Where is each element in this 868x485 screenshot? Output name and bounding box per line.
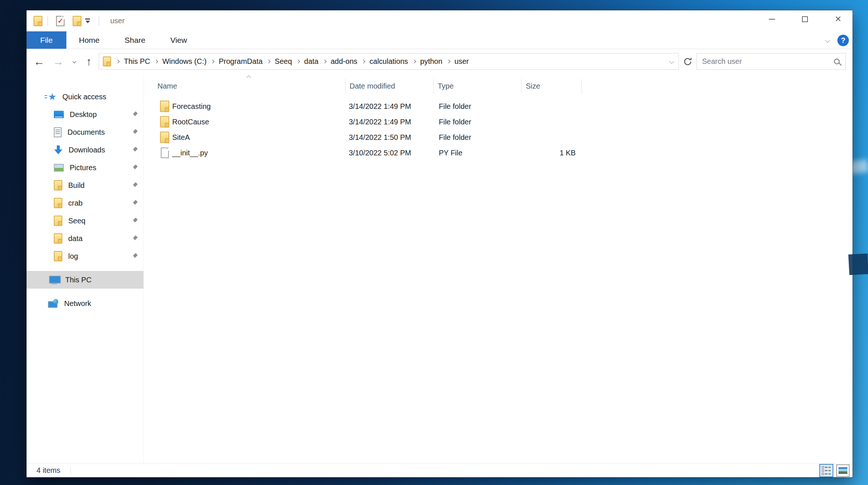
sidebar-item-crab[interactable]: crab [27,194,143,212]
titlebar[interactable]: user [27,10,853,31]
downloads-icon [54,145,63,155]
breadcrumb-chevron-icon[interactable] [267,60,271,63]
tab-share[interactable]: Share [112,31,158,49]
sidebar-item-quick-access[interactable]: Quick access [27,88,143,106]
help-icon[interactable] [837,35,849,46]
breadcrumb-item-user[interactable]: user [455,57,469,66]
tab-file[interactable]: File [27,31,66,49]
file-name: RootCause [172,118,209,126]
sidebar-item-data[interactable]: data [27,230,143,247]
column-header-name[interactable]: Name [157,82,177,90]
breadcrumb-chevron-icon[interactable] [211,60,215,63]
file-explorer-icon [34,16,42,26]
column-header-date-modified[interactable]: Date modified [350,82,395,90]
minimize-button[interactable] [760,11,783,27]
details-view-button[interactable] [819,464,833,477]
navigation-bar: This PC Windows (C:) ProgramData Seeq da… [27,49,853,74]
sidebar-item-label: Build [68,181,84,190]
sidebar-item-label: Pictures [70,164,96,172]
maximize-button[interactable] [794,11,816,27]
forward-button[interactable] [49,53,68,70]
column-header-row: Name Date modified Type Size [144,77,853,94]
customize-quick-access-dropdown-icon[interactable] [85,18,90,23]
column-divider[interactable] [345,79,346,94]
table-row-forecasting[interactable]: Forecasting 3/14/2022 1:49 PM File folde… [144,99,853,114]
close-icon [835,15,841,23]
breadcrumb-chevron-icon[interactable] [116,60,120,63]
breadcrumb-item-programdata[interactable]: ProgramData [219,57,263,66]
divider [70,467,71,474]
table-row-init-py[interactable]: __init__.py 3/10/2022 5:02 PM PY File 1 … [144,145,853,161]
folder-icon [103,56,111,66]
sidebar-item-this-pc[interactable]: This PC [27,271,143,289]
sidebar-item-seeq[interactable]: Seeq [27,212,143,230]
file-type: PY File [439,149,462,157]
navigation-pane: Quick access Desktop Documents Downloads [27,74,144,463]
breadcrumb-chevron-icon[interactable] [296,60,300,63]
search-input[interactable] [702,57,834,66]
sidebar-item-label: log [68,252,78,261]
file-name: __init__.py [172,149,208,157]
pictures-icon [54,164,64,172]
column-divider[interactable] [433,79,434,94]
sidebar-item-desktop[interactable]: Desktop [27,106,143,123]
breadcrumb-item-python[interactable]: python [420,57,442,66]
sidebar-item-label: Quick access [62,93,106,101]
address-history-dropdown-icon[interactable] [669,59,674,64]
sidebar-item-network[interactable]: Network [27,295,143,312]
pin-icon [131,111,138,118]
sidebar-item-label: data [68,234,83,243]
breadcrumb-chevron-icon[interactable] [362,60,365,63]
sidebar-item-downloads[interactable]: Downloads [27,141,143,159]
up-button[interactable] [80,53,97,70]
expand-ribbon-icon[interactable] [825,38,830,43]
breadcrumb-chevron-icon[interactable] [154,60,158,63]
address-bar[interactable]: This PC Windows (C:) ProgramData Seeq da… [99,53,679,70]
refresh-icon [683,57,692,66]
sidebar-item-label: Desktop [70,110,97,119]
sidebar-item-build[interactable]: Build [27,176,143,194]
recent-locations-dropdown[interactable] [68,53,80,70]
sidebar-item-pictures[interactable]: Pictures [27,159,143,176]
divider [48,16,48,26]
breadcrumb-item-windows-c[interactable]: Windows (C:) [162,57,206,66]
column-divider[interactable] [521,79,522,94]
ribbon-tab-row: File Home Share View [27,31,853,49]
refresh-button[interactable] [679,53,697,70]
file-date-modified: 3/14/2022 1:49 PM [349,102,411,111]
breadcrumb-item-calculations[interactable]: calculations [369,57,408,66]
file-type: File folder [439,118,471,126]
new-folder-icon[interactable] [73,16,81,26]
breadcrumb-item-this-pc[interactable]: This PC [124,57,150,66]
breadcrumb-item-data[interactable]: data [304,57,319,66]
tab-view[interactable]: View [158,31,199,49]
item-count: 4 items [37,466,60,475]
breadcrumb-chevron-icon[interactable] [447,60,450,63]
breadcrumb-chevron-icon[interactable] [323,60,326,63]
table-row-rootcause[interactable]: RootCause 3/14/2022 1:49 PM File folder [144,114,853,130]
breadcrumb-item-seeq[interactable]: Seeq [275,57,292,66]
tab-home[interactable]: Home [66,31,112,49]
close-button[interactable] [827,11,850,27]
back-button[interactable] [29,53,49,70]
status-bar: 4 items [27,463,853,477]
large-icons-view-button[interactable] [836,464,850,477]
column-divider[interactable] [581,79,582,94]
properties-icon[interactable] [56,16,65,26]
search-icon[interactable] [834,59,840,64]
spacer [27,289,143,295]
column-header-size[interactable]: Size [526,82,540,90]
maximize-icon [802,16,808,22]
breadcrumb-chevron-icon[interactable] [412,60,416,63]
sidebar-item-log[interactable]: log [27,247,143,265]
table-row-sitea[interactable]: SiteA 3/14/2022 1:50 PM File folder [144,130,853,145]
folder-icon [54,216,62,226]
pin-icon [131,164,138,171]
sidebar-item-label: Documents [67,128,105,137]
breadcrumb-item-add-ons[interactable]: add-ons [331,57,357,66]
folder-icon [54,233,62,244]
sidebar-item-documents[interactable]: Documents [27,123,143,141]
column-header-type[interactable]: Type [438,82,454,90]
folder-icon [160,132,169,143]
documents-icon [54,127,62,137]
